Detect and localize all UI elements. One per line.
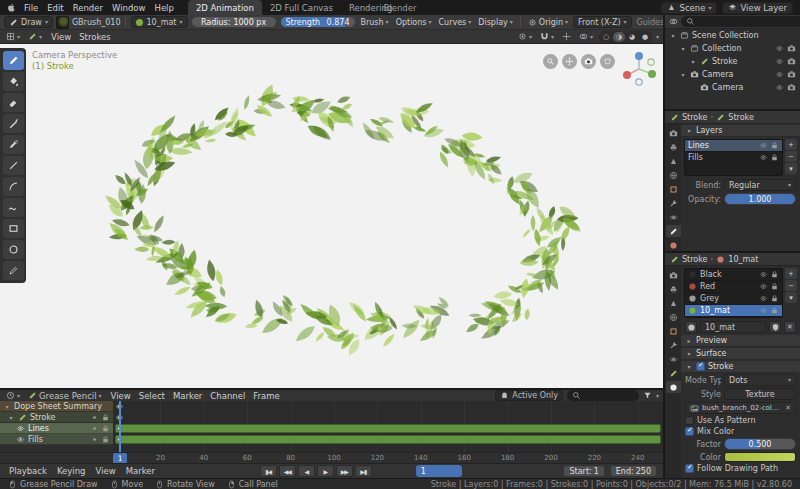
- jump-to-end-button[interactable]: ▶▮: [355, 465, 372, 477]
- playhead[interactable]: [119, 401, 121, 452]
- properties-tab-render[interactable]: [666, 269, 681, 281]
- outliner-row-collection[interactable]: ▾Collection: [665, 42, 800, 55]
- shading-solid-button[interactable]: ◑: [613, 32, 625, 42]
- properties-tab-object-data[interactable]: [666, 367, 681, 379]
- arc-tool[interactable]: [3, 177, 24, 196]
- popover-brush[interactable]: Brush▾: [359, 18, 391, 27]
- disclosure-triangle-icon[interactable]: ▾: [679, 45, 687, 52]
- material-hide-icon[interactable]: [759, 306, 768, 315]
- drawing-plane-selector[interactable]: Front (X-Z) ▾: [573, 16, 631, 28]
- hide-render-icon[interactable]: [787, 57, 796, 66]
- properties-tab-render[interactable]: [666, 127, 681, 139]
- properties-tab-scene[interactable]: [666, 297, 681, 309]
- material-hide-icon[interactable]: [759, 270, 768, 279]
- view-layer-selector[interactable]: View Layer: [722, 2, 793, 14]
- disclosure-triangle-icon[interactable]: ▾: [3, 403, 11, 410]
- layer-specials-button[interactable]: ▾: [785, 163, 797, 174]
- camera-button[interactable]: [581, 54, 596, 69]
- viewport-menu-view[interactable]: View: [48, 32, 74, 42]
- hide-render-icon[interactable]: [787, 83, 796, 92]
- dope-sheet-menu-view[interactable]: View: [108, 391, 134, 401]
- outliner-row-stroke[interactable]: ▾Stroke: [665, 55, 800, 68]
- current-frame-indicator[interactable]: 1: [113, 453, 127, 463]
- channel-mute-icon[interactable]: [90, 413, 99, 422]
- popover-curves[interactable]: Curves▾: [437, 18, 474, 27]
- channel-mute-icon[interactable]: [90, 424, 99, 433]
- filter-icon[interactable]: [669, 17, 678, 26]
- brush-thumbnail[interactable]: [56, 16, 69, 29]
- remove-material-slot-button[interactable]: −: [785, 280, 797, 291]
- menu-help[interactable]: Help: [154, 3, 173, 13]
- properties-tab-material[interactable]: [666, 381, 681, 393]
- previous-keyframe-button[interactable]: ◀◀: [279, 465, 296, 477]
- next-keyframe-button[interactable]: ▶▶: [336, 465, 353, 477]
- properties-tab-output[interactable]: [666, 141, 681, 153]
- axis-z-handle[interactable]: [635, 52, 643, 60]
- outliner-search-input[interactable]: [698, 17, 799, 26]
- keyframe-hold-bar[interactable]: [115, 435, 661, 444]
- breadcrumb-object[interactable]: Stroke: [682, 255, 708, 264]
- layer-lock-icon[interactable]: [770, 153, 779, 162]
- properties-tab-physics[interactable]: [666, 211, 681, 223]
- channel-lock-icon[interactable]: [101, 424, 110, 433]
- channel-lock-icon[interactable]: [101, 435, 110, 444]
- preview-panel-header[interactable]: ▸ Preview: [681, 335, 800, 347]
- play-reverse-button[interactable]: ◀: [298, 465, 315, 477]
- material-lock-icon[interactable]: [770, 270, 779, 279]
- navigation-gizmo[interactable]: [619, 48, 659, 88]
- material-lock-icon[interactable]: [770, 282, 779, 291]
- gp-layer-row-lines[interactable]: Lines: [685, 140, 782, 152]
- axis-y-handle[interactable]: [648, 70, 656, 78]
- outliner-search[interactable]: [681, 16, 800, 27]
- hide-render-icon[interactable]: [787, 44, 796, 53]
- scene-selector[interactable]: Scene ▾: [661, 2, 717, 14]
- stroke-color-swatch[interactable]: [724, 452, 796, 462]
- shading-material-button[interactable]: ◕: [626, 32, 638, 42]
- use-as-pattern-checkbox[interactable]: [685, 416, 694, 425]
- channel-hide-icon[interactable]: [16, 424, 25, 433]
- annotate-tool[interactable]: [3, 261, 24, 280]
- material-hide-icon[interactable]: [759, 282, 768, 291]
- axis-negz-handle[interactable]: [636, 79, 642, 85]
- stroke-origin-popover[interactable]: Origin ▾: [526, 18, 570, 27]
- channel-mute-icon[interactable]: [90, 435, 99, 444]
- properties-tab-modifiers[interactable]: [666, 197, 681, 209]
- gizmos-toggle[interactable]: [560, 31, 573, 43]
- dope-sheet-menu-select[interactable]: Select: [136, 391, 168, 401]
- material-slot-red[interactable]: Red: [685, 281, 782, 293]
- timeline-menu-view[interactable]: View: [93, 466, 119, 476]
- material-lock-icon[interactable]: [770, 306, 779, 315]
- viewport-3d[interactable]: Camera Perspective (1) Stroke: [0, 44, 663, 388]
- material-lock-icon[interactable]: [770, 294, 779, 303]
- material-slot-10_mat[interactable]: 10_mat: [685, 305, 782, 317]
- add-material-slot-button[interactable]: +: [785, 268, 797, 279]
- shading-wireframe-button[interactable]: ○: [600, 32, 612, 42]
- material-slot-grey[interactable]: Grey: [685, 293, 782, 305]
- menu-window[interactable]: Window: [112, 3, 146, 13]
- end-frame-field[interactable]: End: 250: [610, 465, 657, 477]
- menu-render[interactable]: Render: [73, 3, 103, 13]
- zoom-button[interactable]: [543, 54, 558, 69]
- curve-tool[interactable]: [3, 198, 24, 217]
- follow-drawing-path-checkbox[interactable]: [685, 464, 694, 473]
- active-only-toggle[interactable]: Active Only: [495, 390, 563, 401]
- stroke-panel-header[interactable]: ▾ Stroke: [681, 361, 800, 373]
- mode-type-select[interactable]: Dots ▾: [724, 374, 796, 386]
- channel-stroke[interactable]: ▾Stroke: [0, 412, 113, 423]
- unlink-image-icon[interactable]: ✕: [785, 404, 791, 412]
- material-specials-button[interactable]: ▾: [785, 292, 797, 303]
- keyframe-area[interactable]: [113, 401, 663, 452]
- material-hide-icon[interactable]: [759, 294, 768, 303]
- add-layer-button[interactable]: +: [785, 139, 797, 150]
- browse-material-button[interactable]: [685, 321, 697, 333]
- workspace-tab-2d-full-canvas[interactable]: 2D Full Canvas: [262, 0, 341, 15]
- erase-tool[interactable]: [3, 93, 24, 112]
- mix-color-checkbox[interactable]: [685, 427, 694, 436]
- channel-fills[interactable]: Fills: [0, 434, 113, 445]
- disclosure-triangle-icon[interactable]: ▾: [7, 414, 15, 421]
- mode-selector[interactable]: Draw ▾: [4, 16, 53, 28]
- keyframe-hold-bar[interactable]: [115, 424, 661, 433]
- channel-lines[interactable]: Lines: [0, 423, 113, 434]
- channel-lock-icon[interactable]: [101, 413, 110, 422]
- layer-lock-icon[interactable]: [770, 141, 779, 150]
